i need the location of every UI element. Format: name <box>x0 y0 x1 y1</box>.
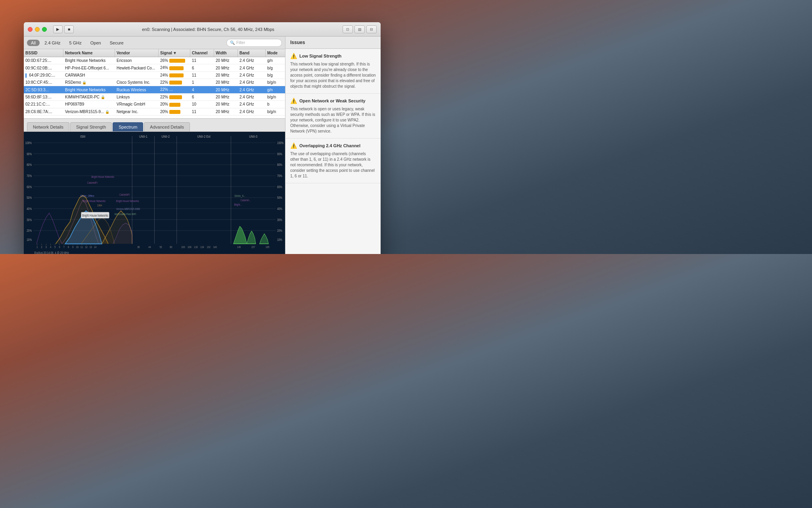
close-button[interactable] <box>28 27 33 32</box>
cell-bssid: 28:C6:8E:7A:... <box>24 108 63 115</box>
cell-bssid: 00:0D:67:25:... <box>24 57 63 64</box>
cell-band: 2.4 GHz <box>238 101 266 108</box>
search-icon: 🔍 <box>230 40 235 45</box>
col-bssid[interactable]: BSSID <box>24 49 63 57</box>
cell-signal: 22% <box>159 86 190 93</box>
warning-icon-1: ⚠️ <box>290 53 297 59</box>
filter-tab-all[interactable]: All <box>27 40 40 46</box>
svg-text:11: 11 <box>80 246 83 249</box>
svg-text:4: 4 <box>50 246 51 249</box>
warning-icon-2: ⚠️ <box>290 98 297 104</box>
spectrum-area: 100% 90% 80% 70% 60% 50% 40% 30% 20% 10%… <box>24 132 285 254</box>
svg-text:20%: 20% <box>27 229 32 233</box>
svg-text:90%: 90% <box>27 152 32 156</box>
filter-bar: All 2.4 GHz 5 GHz Open Secure 🔍 Filter <box>24 37 285 49</box>
svg-text:Bright House Networks: Bright House Networks <box>83 199 106 203</box>
cell-signal: 22% <box>159 94 190 100</box>
filter-tab-5ghz[interactable]: 5 GHz <box>65 40 86 46</box>
col-network-name[interactable]: Network Name <box>63 49 115 57</box>
network-table: BSSID Network Name Vendor Signal ▼ Chann… <box>24 49 285 118</box>
view-buttons: ⊡ ▤ ⊟ <box>343 25 377 33</box>
cell-mode: g/n <box>266 87 285 93</box>
cell-name: CARWASH <box>63 72 115 79</box>
svg-text:McDonalds Free WiFi: McDonalds Free WiFi <box>115 212 136 216</box>
svg-text:7: 7 <box>63 246 65 249</box>
main-window: ▶ ■ en0: Scanning | Associated: BHN Secu… <box>24 22 381 254</box>
col-signal[interactable]: Signal ▼ <box>159 49 190 57</box>
svg-text:5: 5 <box>54 246 56 249</box>
tab-network-details[interactable]: Network Details <box>27 122 69 131</box>
cell-name: KIMWHITAKER-PC 🔒 <box>63 94 115 100</box>
table-row[interactable]: 28:C6:8E:7A:... Verizon-MBR1515-9... 🔒 N… <box>24 108 285 115</box>
play-button[interactable]: ▶ <box>53 25 63 33</box>
col-channel[interactable]: Channel <box>190 49 214 57</box>
table-row-selected[interactable]: 2C:5D:93:3... Bright House Networks Ruck… <box>24 86 285 93</box>
cell-mode: b/g/n <box>266 79 285 86</box>
svg-text:Bright House Networks: Bright House Networks <box>92 175 115 179</box>
filter-tab-open[interactable]: Open <box>86 40 105 46</box>
cell-mode: b <box>266 101 285 108</box>
svg-text:ISM: ISM <box>80 134 85 139</box>
cell-band: 2.4 GHz <box>238 108 266 115</box>
left-panel: All 2.4 GHz 5 GHz Open Secure 🔍 Filter B… <box>24 37 285 254</box>
issue-item-2: ⚠️ Open Network or Weak Security This ne… <box>285 94 381 139</box>
filter-tabs: All 2.4 GHz 5 GHz Open Secure <box>27 40 128 46</box>
svg-text:30%: 30% <box>277 218 282 222</box>
cell-width: 20 MHz <box>214 57 238 64</box>
svg-text:Ruckus:33:14:08, 4 @ 20 MHz: Ruckus:33:14:08, 4 @ 20 MHz <box>34 251 69 254</box>
issues-header: Issues <box>285 37 381 49</box>
svg-text:140: 140 <box>213 246 217 249</box>
cell-channel: 10 <box>190 101 214 108</box>
col-width[interactable]: Width <box>214 49 238 57</box>
table-row[interactable]: 58:6D:8F:13:... KIMWHITAKER-PC 🔒 Linksys… <box>24 94 285 101</box>
cell-name: HP-Print-EE-Officejet 6... <box>63 65 115 71</box>
view-button-1[interactable]: ⊡ <box>343 25 353 33</box>
maximize-button[interactable] <box>42 27 47 32</box>
tab-advanced-details[interactable]: Advanced Details <box>144 122 190 131</box>
cell-channel: 11 <box>190 72 214 79</box>
svg-text:Elctric_S...: Elctric_S... <box>235 194 245 198</box>
svg-text:8: 8 <box>68 246 69 249</box>
cell-vendor: Hewlett-Packard Co... <box>115 65 159 71</box>
svg-text:Elctric_Offline: Elctric_Offline <box>80 194 94 198</box>
issue-item-3: ⚠️ Overlapping 2.4 GHz Channel The use o… <box>285 139 381 183</box>
view-button-2[interactable]: ▤ <box>354 25 365 33</box>
svg-text:40%: 40% <box>277 207 282 211</box>
col-mode[interactable]: Mode <box>266 49 285 57</box>
table-row[interactable]: 02:21:1C:C:... HP0697B9 VRmagic GmbH 20%… <box>24 101 285 108</box>
cell-mode: g/n <box>266 57 285 64</box>
table-row[interactable]: 00:0D:67:25:... Bright House Networks Er… <box>24 57 285 64</box>
cell-width: 20 MHz <box>214 101 238 108</box>
table-row[interactable]: ▌ 64:0F:29:0C:... CARWASH 24% 11 20 MHz … <box>24 72 285 79</box>
warning-icon-3: ⚠️ <box>290 142 297 149</box>
filter-search-box[interactable]: 🔍 Filter <box>226 39 282 47</box>
cell-bssid: 58:6D:8F:13:... <box>24 94 63 100</box>
tab-spectrum[interactable]: Spectrum <box>113 122 143 131</box>
cell-bssid: 00:9C:02:0B:... <box>24 65 63 71</box>
svg-text:44: 44 <box>148 246 151 249</box>
col-band[interactable]: Band <box>238 49 266 57</box>
filter-tab-secure[interactable]: Secure <box>106 40 128 46</box>
issue-desc-1: This network has low signal strength. If… <box>290 62 376 89</box>
svg-text:80%: 80% <box>27 163 32 167</box>
filter-tab-24ghz[interactable]: 2.4 GHz <box>40 40 64 46</box>
issue-desc-3: The use of overlapping channels (channel… <box>290 151 376 179</box>
svg-text:10%: 10% <box>277 238 282 242</box>
svg-text:UNII-2: UNII-2 <box>161 134 170 139</box>
cell-name: Bright House Networks <box>63 87 115 93</box>
cell-signal: 20% <box>159 101 190 108</box>
cell-name: HP0697B9 <box>63 101 115 108</box>
table-row[interactable]: 10:8C:CF:45:... RSDemo 🔒 Cisco Systems I… <box>24 79 285 86</box>
tab-signal-strength[interactable]: Signal Strength <box>70 122 112 131</box>
svg-text:50%: 50% <box>277 196 282 200</box>
stop-button[interactable]: ■ <box>64 25 74 33</box>
col-vendor[interactable]: Vendor <box>115 49 159 57</box>
cell-vendor: Ericsson <box>115 57 159 64</box>
tab-bar: Network Details Signal Strength Spectrum… <box>24 118 285 132</box>
view-button-3[interactable]: ⊟ <box>366 25 377 33</box>
cell-band: 2.4 GHz <box>238 87 266 93</box>
table-row[interactable]: 00:9C:02:0B:... HP-Print-EE-Officejet 6.… <box>24 64 285 71</box>
minimize-button[interactable] <box>35 27 40 32</box>
cell-bssid: 2C:5D:93:3... <box>24 87 63 93</box>
svg-text:60%: 60% <box>277 185 282 189</box>
